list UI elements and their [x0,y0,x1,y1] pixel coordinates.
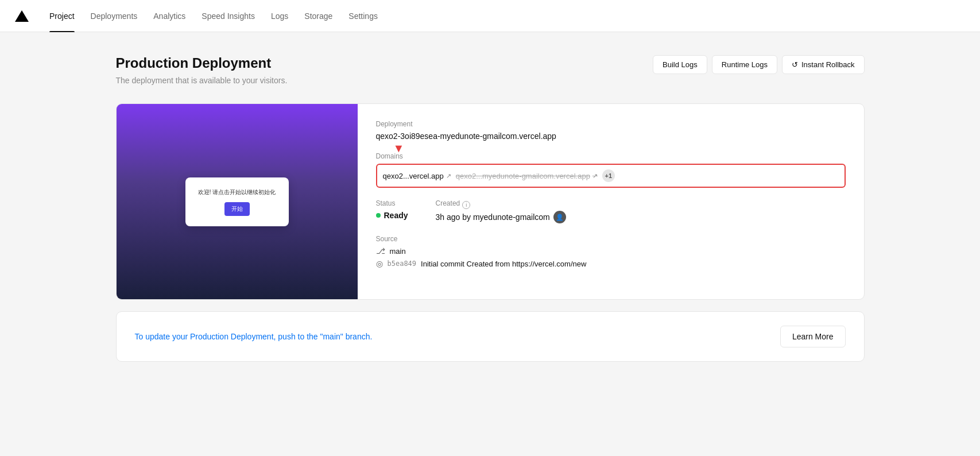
build-logs-button[interactable]: Build Logs [653,55,707,74]
red-arrow-indicator: ▼ [393,142,405,155]
page-title: Production Deployment [116,55,288,71]
external-link-icon-secondary: ↗ [592,172,598,180]
domains-row: qexo2...vercel.app ↗ qexo2...myedunote-g… [376,164,846,188]
commit-hash: b5ea849 [388,260,417,268]
branch-line: ⎇ main [376,246,846,256]
deployment-label: Deployment [376,120,846,128]
page-subtitle: The deployment that is available to your… [116,76,288,85]
source-label: Source [376,235,846,243]
preview-dialog-button[interactable]: 开始 [224,202,250,216]
domain-secondary-text: qexo2...myedunote-gmailcom.vercel.app [456,172,590,180]
learn-more-button[interactable]: Learn More [780,326,846,347]
page-header-text: Production Deployment The deployment tha… [116,55,288,85]
page-header: Production Deployment The deployment tha… [116,55,865,85]
nav-item-analytics[interactable]: Analytics [145,0,193,32]
nav-item-speed-insights[interactable]: Speed Insights [193,0,263,32]
rollback-icon: ↺ [792,60,798,69]
domains-section: Domains ▼ qexo2...vercel.app ↗ qexo2...m… [376,152,846,188]
runtime-logs-button[interactable]: Runtime Logs [712,55,777,74]
preview-dialog: 欢迎! 请点击开始以继续初始化 开始 [185,177,289,226]
deployment-url: qexo2-3oi89esea-myedunote-gmailcom.verce… [376,132,846,141]
bottom-card-text: To update your Production Deployment, pu… [135,332,373,341]
domains-label: Domains [376,152,846,160]
header-actions: Build Logs Runtime Logs ↺ Instant Rollba… [653,55,864,74]
deployment-info: Deployment qexo2-3oi89esea-myedunote-gma… [358,104,864,299]
commit-icon: ◎ [376,259,383,268]
main-content: Production Deployment The deployment tha… [88,32,892,385]
deployment-url-section: Deployment qexo2-3oi89esea-myedunote-gma… [376,120,846,141]
created-label: Created [436,199,460,207]
branch-icon: ⎇ [376,246,385,256]
commit-message: Initial commit Created from https://verc… [421,260,586,268]
status-created-row: Status Ready Created i 3h ago by myeduno… [376,199,846,223]
status-value: Ready [376,211,408,220]
created-section: Created i 3h ago by myedunote-gmailcom 👤 [436,199,566,223]
domain-plus-badge: +1 [602,169,615,182]
nav-item-storage[interactable]: Storage [296,0,340,32]
avatar: 👤 [553,211,566,223]
created-label-row: Created i [436,199,566,211]
commit-line: ◎ b5ea849 Initial commit Created from ht… [376,259,846,268]
branch-name: main [390,247,406,256]
domain-secondary-chip[interactable]: qexo2...myedunote-gmailcom.vercel.app ↗ [456,172,598,180]
info-icon: i [462,201,470,209]
top-navigation: Project Deployments Analytics Speed Insi… [0,0,980,32]
instant-rollback-button[interactable]: ↺ Instant Rollback [782,55,865,74]
preview-dialog-title: 欢迎! 请点击开始以继续初始化 [198,188,276,196]
bottom-info-card: To update your Production Deployment, pu… [116,311,865,362]
nav-item-deployments[interactable]: Deployments [83,0,146,32]
nav-item-logs[interactable]: Logs [263,0,296,32]
vercel-logo[interactable] [14,8,30,24]
domain-primary-chip[interactable]: qexo2...vercel.app ↗ [383,172,451,180]
nav-item-settings[interactable]: Settings [340,0,386,32]
status-section: Status Ready [376,199,408,223]
created-value: 3h ago by myedunote-gmailcom 👤 [436,211,566,223]
status-dot-ready [376,213,381,218]
source-row: ⎇ main ◎ b5ea849 Initial commit Created … [376,246,846,268]
card-inner: 欢迎! 请点击开始以继续初始化 开始 Deployment qexo2-3oi8… [117,104,864,299]
domain-primary-text: qexo2...vercel.app [383,172,444,180]
deployment-preview[interactable]: 欢迎! 请点击开始以继续初始化 开始 [117,104,358,299]
source-section: Source ⎇ main ◎ b5ea849 Initial commit C… [376,235,846,268]
deployment-card: 欢迎! 请点击开始以继续初始化 开始 Deployment qexo2-3oi8… [116,103,865,300]
nav-item-project[interactable]: Project [41,0,83,32]
status-label: Status [376,199,408,207]
external-link-icon-primary: ↗ [446,172,451,180]
